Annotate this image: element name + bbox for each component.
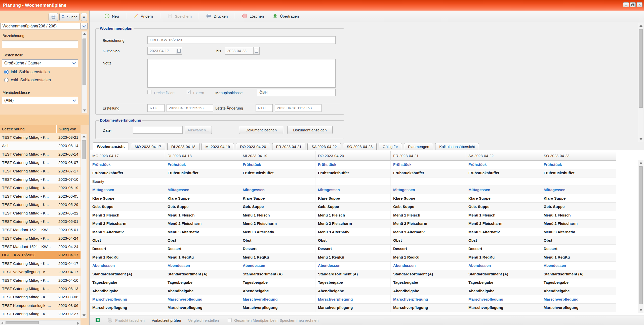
week-cell[interactable]: Dessert	[315, 245, 391, 253]
week-cell[interactable]: Abendbeigabe	[466, 287, 541, 295]
dokument-loeschen-button[interactable]: Dokument löschen	[239, 126, 283, 134]
week-cell[interactable]: Dessert	[541, 245, 616, 253]
week-cell[interactable]: Abendbeigabe	[391, 287, 466, 295]
week-cell[interactable]: Abendessen	[541, 262, 616, 270]
week-cell[interactable]: Mittagessen	[391, 186, 466, 194]
excel-export-button[interactable]: X	[95, 317, 100, 323]
week-cell[interactable]: Abendessen	[315, 262, 391, 270]
list-item[interactable]: TEST Catering Mittag - K...2023-06-19	[0, 184, 80, 192]
week-cell[interactable]: Marschverpflegung	[165, 304, 240, 312]
scroll-up-icon[interactable]	[83, 135, 86, 137]
vergleich-erstellen-button[interactable]: Vergleich erstellen	[188, 318, 219, 322]
scope-dropdown-button[interactable]	[81, 23, 88, 29]
list-hscrollbar-thumb[interactable]	[6, 321, 39, 324]
transfer-button[interactable]: Übertragen	[270, 12, 301, 21]
week-cell[interactable]: Marschverpflegung	[541, 295, 616, 303]
radio-exkl-subkostenstellen[interactable]: exkl. Subkostenstellen	[4, 78, 51, 82]
week-cell[interactable]	[315, 177, 391, 186]
week-cell[interactable]: Obst	[315, 236, 391, 244]
save-button[interactable]: Speichern	[165, 12, 194, 21]
filter-scrollbar[interactable]	[82, 31, 87, 113]
week-cell[interactable]: Frühstück	[466, 161, 541, 169]
week-cell[interactable]: Frühstück	[541, 161, 616, 169]
tab-mo-2023-04-17[interactable]: MO 2023-04-17	[131, 143, 165, 150]
week-cell[interactable]	[391, 177, 466, 186]
week-cell[interactable]: Menü 2 Fleischarm	[165, 220, 240, 228]
week-cell[interactable]: Obst	[391, 236, 466, 244]
week-cell[interactable]: Dessert	[165, 245, 240, 253]
kostenstelle-dropdown[interactable]: Großküche / Caterer	[2, 59, 78, 67]
week-cell[interactable]: Frühstücksbüffet	[315, 169, 391, 177]
week-cell[interactable]: Tagesbeigabe	[541, 278, 616, 286]
scroll-down-icon[interactable]	[83, 314, 86, 316]
new-button[interactable]: Neu	[102, 12, 122, 21]
bezeichnung-input[interactable]: ÖBH - KW 16/2023	[147, 36, 336, 44]
week-cell[interactable]: Obst	[240, 236, 315, 244]
week-column-header[interactable]: DI 2023-04-18	[165, 151, 240, 161]
produkt-tauschen-button[interactable]: Produkt tauschen	[115, 318, 145, 322]
week-cell[interactable]: Menü 1 RegKü	[315, 253, 391, 261]
week-cell[interactable]: Frühstücksbüffet	[391, 169, 466, 177]
list-item[interactable]: TEST Catering Mittag - K...2023-08-21	[0, 133, 80, 141]
week-cell[interactable]	[541, 177, 616, 186]
week-cell[interactable]: Dessert	[391, 245, 466, 253]
list-item[interactable]: TEST Catering Mittag - K...2023-05-22	[0, 209, 80, 217]
filter-scrollbar-thumb[interactable]	[83, 39, 86, 85]
list-item[interactable]: TEST Catering Mittag - K...2023-04-17	[0, 259, 80, 268]
menuplanklasse-input[interactable]: ÖBH	[257, 89, 336, 96]
week-cell[interactable]: Menü 1 Fleisch	[165, 211, 240, 219]
week-cell[interactable]: Menü 2 Fleischarm	[466, 220, 541, 228]
week-cell[interactable]: Abendbeigabe	[240, 287, 315, 295]
week-cell[interactable]: Menü 3 Alternativ	[391, 228, 466, 236]
table-scrollbar[interactable]	[638, 160, 643, 313]
tab-sa-2023-04-22[interactable]: SA 2023-04-22	[307, 143, 341, 150]
edit-button[interactable]: Ändern	[131, 12, 155, 21]
week-cell[interactable]: Marschverpflegung	[315, 295, 391, 303]
week-cell[interactable]: Menü 3 Alternativ	[315, 228, 391, 236]
week-cell[interactable]	[466, 177, 541, 186]
week-cell[interactable]: Frühstücksbüffet	[466, 169, 541, 177]
week-cell[interactable]: Klare Suppe	[165, 194, 240, 202]
list-item[interactable]: TEST Catering Mittag - K...2023-03-13	[0, 284, 80, 293]
week-cell[interactable]: Menü 2 Fleischarm	[315, 220, 391, 228]
week-cell[interactable]: Frühstück	[165, 161, 240, 169]
week-column-header[interactable]: MO 2023-04-17	[90, 151, 165, 161]
list-item[interactable]: TEST Catering Mittag - K...2023-03-06	[0, 293, 80, 301]
week-column-header[interactable]: SA 2023-04-22	[466, 151, 541, 161]
scroll-down-icon[interactable]	[639, 309, 642, 311]
week-cell[interactable]: Geb. Suppe	[90, 203, 165, 211]
week-cell[interactable]: Geb. Suppe	[240, 203, 315, 211]
list-column-gueltig-von[interactable]: Gültig von	[56, 125, 80, 133]
menuplanklasse-dropdown[interactable]: (Alle)	[2, 97, 78, 104]
week-cell[interactable]: Frühstück	[240, 161, 315, 169]
week-cell[interactable]: Standardsortiment (A)	[541, 270, 616, 278]
week-cell[interactable]: Geb. Suppe	[466, 203, 541, 211]
gueltig-von-input[interactable]: 2023-04-17	[147, 47, 182, 55]
week-cell[interactable]: Geb. Suppe	[315, 203, 391, 211]
week-cell[interactable]: Menü 1 Fleisch	[391, 211, 466, 219]
week-cell[interactable]: Abendbeigabe	[541, 287, 616, 295]
notiz-textarea[interactable]	[147, 59, 336, 88]
week-cell[interactable]: Obst	[165, 236, 240, 244]
list-item[interactable]: TEST Komponentenlogik -...2023-03-06	[0, 301, 80, 310]
week-column-header[interactable]: MI 2023-04-19	[240, 151, 315, 161]
week-cell[interactable]: Marschverpflegung	[466, 304, 541, 312]
week-cell[interactable]: Standardsortiment (A)	[466, 270, 541, 278]
list-item[interactable]: TEST Mandant 1521 - KW...2023-05-01	[0, 226, 80, 234]
radio-inkl-subkostenstellen[interactable]: inkl. Subkostenstellen	[4, 70, 50, 74]
week-cell[interactable]: Menü 1 RegKü	[466, 253, 541, 261]
week-cell[interactable]: Klare Suppe	[315, 194, 391, 202]
week-cell[interactable]: Menü 3 Alternativ	[541, 228, 616, 236]
week-cell[interactable]: Dessert	[466, 245, 541, 253]
week-cell[interactable]: Marschverpflegung	[315, 304, 391, 312]
week-cell[interactable]: Menü 3 Alternativ	[466, 228, 541, 236]
week-cell[interactable]	[165, 177, 240, 186]
print-button[interactable]: Drucken	[204, 12, 230, 21]
tab-di-2023-04-18[interactable]: DI 2023-04-18	[167, 143, 199, 150]
week-cell[interactable]: Klare Suppe	[240, 194, 315, 202]
week-cell[interactable]: Geb. Suppe	[391, 203, 466, 211]
week-cell[interactable]: Marschverpflegung	[90, 304, 165, 312]
week-cell[interactable]: Geb. Suppe	[165, 203, 240, 211]
week-cell[interactable]: Menü 1 Fleisch	[466, 211, 541, 219]
week-cell[interactable]: Bounty	[90, 177, 165, 186]
